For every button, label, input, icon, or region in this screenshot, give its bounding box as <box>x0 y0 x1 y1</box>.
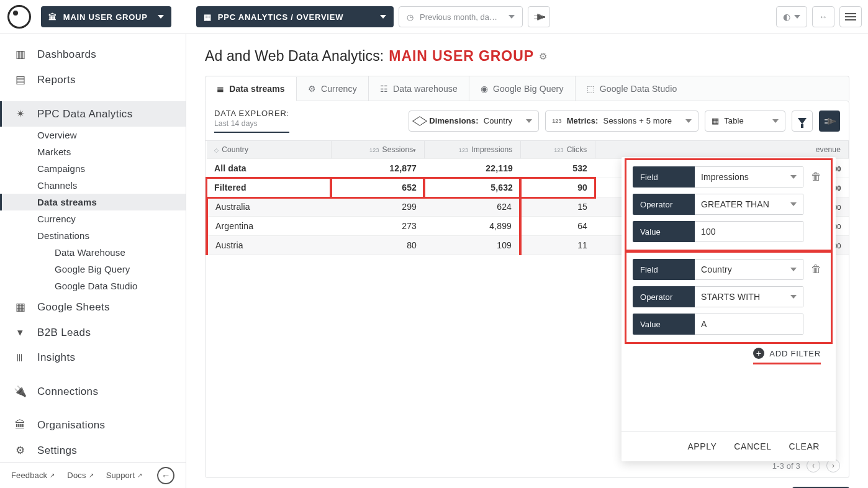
theme-selector[interactable]: ◐ <box>776 6 807 27</box>
analytics-icon: ✴ <box>15 107 26 120</box>
gear-icon[interactable]: ⚙ <box>539 51 547 62</box>
sidebar-item-data-streams[interactable]: Data streams <box>0 194 186 210</box>
support-link[interactable]: Support ↗ <box>106 471 143 480</box>
dashboard-icon: ▥ <box>15 48 26 61</box>
chevron-down-icon <box>790 175 797 179</box>
workspace-label: PPC ANALYTICS / OVERVIEW <box>218 12 343 22</box>
grid-icon: ▦ <box>204 12 212 22</box>
gear-icon: ⚙ <box>15 444 26 457</box>
feedback-link[interactable]: Feedback ↗ <box>11 471 55 480</box>
date-range-selector[interactable]: ◷ Previous month, da… <box>399 6 523 27</box>
sheets-icon: ▦ <box>15 300 26 314</box>
docs-label: Docs <box>67 471 86 480</box>
chevron-down-icon <box>158 15 164 19</box>
hamburger-icon <box>845 16 856 17</box>
tab-label: Data streams <box>229 84 285 94</box>
col-sessions[interactable]: 123Sessions▾ <box>331 141 424 159</box>
filter-value-input[interactable]: 100 <box>695 221 803 242</box>
view-selector[interactable]: ▦ Table <box>705 111 785 132</box>
metrics-value: Sessions + 5 more <box>604 116 672 125</box>
app-logo[interactable] <box>7 5 31 29</box>
filter-operator-select[interactable]: STARTS WITH <box>695 286 803 307</box>
filter-button[interactable] <box>792 111 813 132</box>
tab-data-warehouse[interactable]: ☷ Data warehouse <box>369 76 469 101</box>
menu-button[interactable] <box>839 6 862 27</box>
tab-label: Google Big Query <box>493 84 564 94</box>
col-revenue[interactable]: evenue <box>595 141 849 159</box>
col-clicks[interactable]: 123Clicks <box>520 141 595 159</box>
connector-run-button[interactable]: 🔌 <box>819 111 840 132</box>
filter-popover: Field Impressions 🗑 Operator GREATER THA… <box>622 157 836 461</box>
sidebar-item-campaigns[interactable]: Campaigns <box>0 160 186 177</box>
metrics-selector[interactable]: 123 Metrics: Sessions + 5 more <box>545 111 698 132</box>
filter-field-select[interactable]: Impressions <box>695 166 803 188</box>
col-country[interactable]: ◇Country <box>207 141 331 159</box>
cell-country: Australia <box>207 197 331 217</box>
sidebar-item-sheets[interactable]: ▦ Google Sheets <box>0 294 186 320</box>
connector-button[interactable]: 🔌 <box>528 6 550 27</box>
cell-clicks: 15 <box>520 197 595 217</box>
database-icon: ☷ <box>380 84 388 94</box>
sidebar-label: PPC Data Analytics <box>37 108 133 120</box>
sidebar-item-dw[interactable]: Data Warehouse <box>0 244 186 261</box>
sidebar-item-destinations[interactable]: Destinations <box>0 227 186 244</box>
plug-icon: 🔌 <box>15 385 26 398</box>
filter-field-select[interactable]: Country <box>695 259 803 280</box>
cell-country: All data <box>207 159 331 178</box>
col-impressions[interactable]: 123Impressions <box>424 141 520 159</box>
sidebar-item-markets[interactable]: Markets <box>0 143 186 160</box>
filter-operator-select[interactable]: GREATER THAN <box>695 194 803 215</box>
add-filter-button[interactable]: + ADD FILTER <box>753 348 821 364</box>
datastudio-icon: ⬚ <box>587 84 595 94</box>
view-label: Table <box>724 116 744 125</box>
share-button[interactable]: ↔ <box>812 6 834 27</box>
dimensions-value: Country <box>484 116 513 125</box>
clear-button[interactable]: CLEAR <box>789 441 820 451</box>
tab-currency[interactable]: ⚙ Currency <box>297 76 369 101</box>
docs-link[interactable]: Docs ↗ <box>67 471 93 480</box>
workspace-selector[interactable]: ▦ PPC ANALYTICS / OVERVIEW <box>196 6 394 27</box>
delete-filter-button[interactable]: 🗑 <box>808 169 825 185</box>
bigquery-icon: ◉ <box>481 84 488 94</box>
filter-value-input[interactable]: A <box>695 314 803 335</box>
cancel-button[interactable]: CANCEL <box>734 441 771 451</box>
cell-impressions: 109 <box>424 236 520 255</box>
dimensions-selector[interactable]: Dimensions: Country <box>409 111 539 132</box>
delete-filter-button[interactable]: 🗑 <box>808 261 825 278</box>
sidebar-item-organisations[interactable]: 🏛 Organisations <box>0 413 186 438</box>
sidebar-item-overview[interactable]: Overview <box>0 127 186 143</box>
sidebar-item-settings[interactable]: ⚙ Settings <box>0 438 186 462</box>
date-range-label: Previous month, da… <box>420 12 497 22</box>
chevron-down-icon <box>772 119 779 123</box>
chevron-down-icon <box>790 268 797 271</box>
sidebar-label: Google Sheets <box>37 301 110 314</box>
filter-value-label: Value <box>633 221 695 242</box>
report-icon: ▤ <box>15 73 26 86</box>
tab-data-studio[interactable]: ⬚ Google Data Studio <box>576 76 689 101</box>
sidebar-label: Dashboards <box>37 48 96 61</box>
pager-info: 1-3 of 3 <box>772 461 800 471</box>
funnel-icon <box>798 118 807 124</box>
sidebar-item-gds[interactable]: Google Data Studio <box>0 278 186 294</box>
sidebar-item-channels[interactable]: Channels <box>0 177 186 194</box>
sidebar: ▥ Dashboards ▤ Reports ✴ PPC Data Analyt… <box>0 34 186 488</box>
sidebar-item-insights[interactable]: ⫼ Insights <box>0 345 186 370</box>
sidebar-item-b2b[interactable]: ▾ B2B Leads <box>0 320 186 345</box>
tab-data-streams[interactable]: ≣ Data streams <box>206 77 297 101</box>
sidebar-item-bq[interactable]: Google Big Query <box>0 261 186 278</box>
tab-big-query[interactable]: ◉ Google Big Query <box>469 76 576 101</box>
stack-icon: ≣ <box>217 84 224 94</box>
user-group-selector[interactable]: 🏛 MAIN USER GROUP <box>41 6 171 27</box>
sidebar-item-currency[interactable]: Currency <box>0 210 186 227</box>
collapse-sidebar-button[interactable]: ← <box>157 467 174 484</box>
sidebar-item-connections[interactable]: 🔌 Connections <box>0 379 186 404</box>
cell-sessions: 652 <box>331 178 424 197</box>
feedback-label: Feedback <box>11 471 47 480</box>
sidebar-item-ppc[interactable]: ✴ PPC Data Analytics <box>0 101 186 127</box>
sidebar-item-reports[interactable]: ▤ Reports <box>0 67 186 93</box>
sidebar-item-dashboards[interactable]: ▥ Dashboards <box>0 42 186 67</box>
chevron-down-icon <box>790 202 797 206</box>
apply-button[interactable]: APPLY <box>687 441 717 451</box>
dimensions-label: Dimensions: <box>429 116 479 125</box>
plus-icon: + <box>753 348 764 359</box>
